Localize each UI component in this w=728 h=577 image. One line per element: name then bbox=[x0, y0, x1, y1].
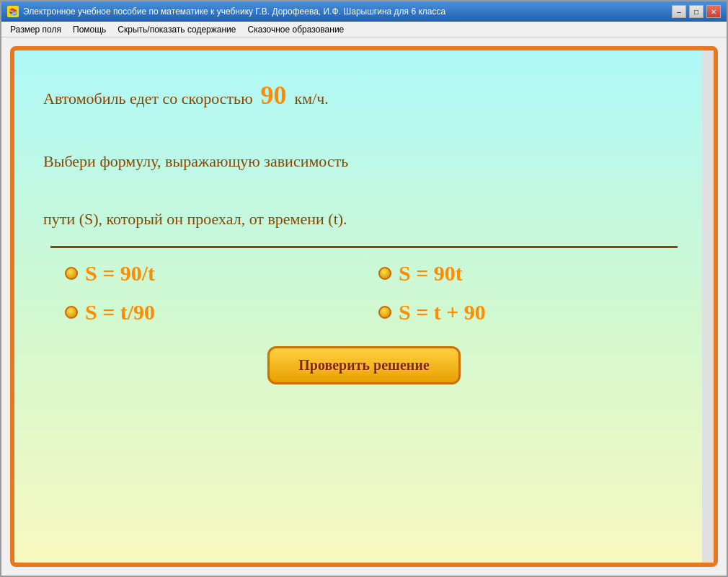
answer-option-4[interactable]: S = t + 90 bbox=[378, 300, 663, 325]
section-divider bbox=[50, 246, 678, 248]
radio-button-3[interactable] bbox=[65, 306, 78, 319]
formula-4: S = t + 90 bbox=[399, 300, 486, 325]
speed-unit: км/ч. bbox=[295, 89, 329, 107]
question-line3: пути (S), который он проехал, от времени… bbox=[43, 210, 347, 228]
menu-item-help[interactable]: Помощь bbox=[67, 23, 112, 36]
answers-grid: S = 90/t S = 90t S = t/90 S = t + 90 bbox=[50, 261, 678, 325]
answer-option-2[interactable]: S = 90t bbox=[378, 261, 663, 286]
title-bar: 📚 Электронное учебное пособие по математ… bbox=[1, 1, 727, 22]
content-area: Автомобиль едет со скоростью 90 км/ч. Вы… bbox=[1, 38, 727, 576]
answer-option-3[interactable]: S = t/90 bbox=[65, 300, 350, 325]
menu-bar: Размер поля Помощь Скрыть/показать содер… bbox=[1, 22, 727, 38]
menu-item-field-size[interactable]: Размер поля bbox=[4, 23, 67, 36]
formula-1: S = 90/t bbox=[85, 261, 155, 286]
speed-value: 90 bbox=[261, 81, 287, 110]
menu-item-fairy-education[interactable]: Сказочное образование bbox=[241, 23, 350, 36]
main-frame: Автомобиль едет со скоростью 90 км/ч. Вы… bbox=[10, 46, 718, 567]
menu-item-toggle-content[interactable]: Скрыть/показать содержание bbox=[112, 23, 241, 36]
window-controls: – □ ✕ bbox=[672, 5, 721, 18]
window-title: Электронное учебное пособие по математик… bbox=[23, 6, 445, 17]
radio-button-2[interactable] bbox=[378, 267, 391, 280]
close-button[interactable]: ✕ bbox=[706, 5, 721, 18]
formula-2: S = 90t bbox=[399, 261, 463, 286]
question-line2: Выбери формулу, выражающую зависимость bbox=[43, 152, 348, 170]
maximize-button[interactable]: □ bbox=[689, 5, 703, 18]
title-bar-left: 📚 Электронное учебное пособие по математ… bbox=[7, 6, 445, 17]
minimize-button[interactable]: – bbox=[672, 5, 686, 18]
application-window: 📚 Электронное учебное пособие по математ… bbox=[0, 0, 728, 577]
check-solution-button[interactable]: Проверить решение bbox=[267, 346, 461, 384]
answer-option-1[interactable]: S = 90/t bbox=[65, 261, 350, 286]
radio-button-4[interactable] bbox=[378, 306, 391, 319]
app-icon: 📚 bbox=[7, 6, 19, 17]
radio-button-1[interactable] bbox=[65, 267, 78, 280]
question-text: Автомобиль едет со скоростью 90 км/ч. Вы… bbox=[43, 72, 685, 233]
formula-3: S = t/90 bbox=[85, 300, 155, 325]
question-line1: Автомобиль едет со скоростью bbox=[43, 89, 253, 107]
